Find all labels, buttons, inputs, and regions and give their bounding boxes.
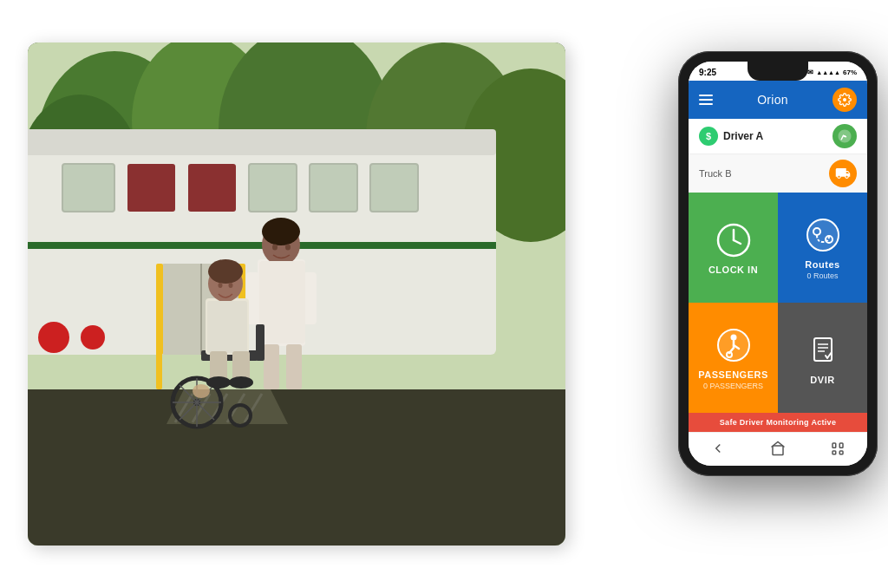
svg-rect-13 (249, 164, 297, 212)
passengers-sublabel: 0 PASSENGERS (703, 382, 763, 390)
svg-point-51 (208, 259, 243, 284)
svg-point-60 (843, 98, 846, 101)
battery-icon: 67% (843, 69, 857, 76)
svg-line-64 (734, 240, 741, 244)
svg-rect-31 (304, 272, 317, 324)
svg-point-28 (81, 325, 105, 350)
driver-bar: $ Driver A (689, 119, 867, 154)
svg-rect-14 (310, 164, 357, 212)
svg-point-69 (730, 334, 736, 340)
dvir-label: DVIR (810, 375, 834, 385)
dvir-button[interactable]: DVIR (778, 303, 867, 413)
svg-rect-11 (127, 164, 175, 212)
phone-frame: 9:25 🔔 ✉ ▲▲▲▲ 67% Orion (678, 51, 878, 476)
svg-rect-59 (156, 311, 162, 389)
driver-dollar-icon: $ (699, 127, 718, 146)
routes-icon (804, 216, 842, 254)
clock-in-button[interactable]: CLOCK IN (689, 193, 778, 303)
passengers-icon (715, 326, 753, 364)
dvir-icon (804, 331, 842, 369)
svg-rect-10 (62, 164, 114, 212)
svg-point-61 (844, 135, 846, 137)
svg-rect-38 (259, 261, 305, 343)
main-grid: CLOCK IN Routes 0 (689, 193, 867, 413)
clock-icon (715, 221, 753, 259)
svg-rect-9 (28, 242, 496, 249)
svg-rect-71 (814, 338, 832, 361)
svg-point-35 (262, 218, 300, 245)
svg-rect-33 (286, 344, 302, 389)
hamburger-menu[interactable] (699, 95, 713, 105)
svg-point-49 (193, 384, 210, 398)
message-icon: ✉ (807, 69, 813, 76)
truck-name: Truck B (699, 168, 732, 179)
bottom-nav (689, 432, 867, 466)
home-button[interactable] (765, 438, 791, 459)
routes-button[interactable]: Routes 0 Routes (778, 193, 867, 303)
safe-driver-text: Safe Driver Monitoring Active (720, 418, 836, 427)
svg-rect-78 (832, 451, 836, 454)
phone-device: 9:25 🔔 ✉ ▲▲▲▲ 67% Orion (678, 51, 878, 476)
top-nav-bar: Orion (689, 81, 867, 119)
svg-rect-12 (188, 164, 236, 212)
driver-info: $ Driver A (699, 127, 763, 146)
svg-rect-75 (773, 446, 783, 455)
clock-in-label: CLOCK IN (708, 265, 758, 275)
svg-rect-8 (28, 129, 496, 155)
passengers-button[interactable]: PASSENGERS 0 PASSENGERS (689, 303, 778, 413)
routes-label: Routes (805, 259, 839, 270)
svg-rect-15 (370, 164, 418, 212)
recents-button[interactable] (825, 438, 851, 459)
status-time: 9:25 (699, 68, 716, 77)
svg-point-57 (206, 376, 231, 389)
passengers-label: PASSENGERS (698, 369, 768, 380)
svg-rect-54 (207, 301, 247, 353)
svg-point-65 (807, 219, 839, 251)
phone-screen: 9:25 🔔 ✉ ▲▲▲▲ 67% Orion (689, 62, 867, 466)
svg-point-27 (38, 322, 69, 353)
driver-name: Driver A (723, 130, 763, 142)
svg-rect-76 (832, 443, 836, 448)
svg-point-37 (285, 245, 291, 251)
svg-point-36 (272, 245, 278, 251)
svg-point-52 (219, 283, 223, 288)
photo-area (28, 42, 565, 546)
svg-rect-20 (28, 389, 565, 546)
svg-rect-77 (839, 443, 843, 448)
safe-driver-banner: Safe Driver Monitoring Active (689, 413, 867, 432)
truck-icon-button[interactable] (829, 160, 857, 187)
routes-sublabel: 0 Routes (806, 271, 838, 280)
truck-bar: Truck B (689, 154, 867, 193)
speedometer-icon (832, 124, 857, 148)
scene-container: 9:25 🔔 ✉ ▲▲▲▲ 67% Orion (28, 25, 860, 563)
svg-point-58 (229, 376, 253, 389)
svg-point-53 (229, 283, 233, 288)
app-title: Orion (757, 93, 788, 107)
phone-notch (748, 62, 808, 81)
svg-rect-47 (256, 324, 264, 361)
svg-rect-79 (839, 451, 843, 454)
signal-icon: ▲▲▲▲ (816, 69, 840, 75)
back-button[interactable] (705, 438, 731, 459)
svg-rect-32 (264, 344, 279, 389)
settings-avatar[interactable] (832, 88, 857, 112)
